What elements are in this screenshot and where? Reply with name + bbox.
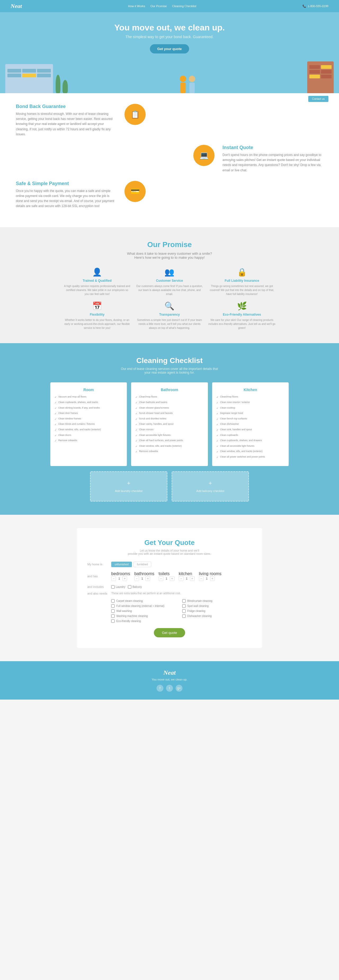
check-icon: ✓ xyxy=(54,418,57,421)
extra-checkbox-7[interactable] xyxy=(182,614,186,618)
check-icon: ✓ xyxy=(216,439,218,443)
extra-checkbox-3[interactable] xyxy=(182,604,186,608)
check-icon: ✓ xyxy=(54,439,57,443)
bedroom-increment[interactable]: + xyxy=(123,576,127,581)
contact-float-button[interactable]: Contact us xyxy=(308,96,328,102)
list-item: ✓Clean sink, handles and spout xyxy=(216,428,285,432)
list-item: ✓Clean/mop floors xyxy=(216,395,285,399)
promise-item-1: 👥 Customer Service Our customers always … xyxy=(136,267,203,296)
check-icon: ✓ xyxy=(135,396,137,399)
unfurnished-btn[interactable]: unfurnished xyxy=(111,562,132,567)
tree-1 xyxy=(56,75,60,93)
toilets-label: toilets xyxy=(159,571,170,576)
living-increment[interactable]: + xyxy=(210,576,215,581)
hero-cta-button[interactable]: Get your quote xyxy=(150,44,189,54)
extra-checkbox-0[interactable] xyxy=(111,599,115,603)
googleplus-icon[interactable]: g+ xyxy=(176,685,183,692)
living-decrement[interactable]: − xyxy=(199,576,204,581)
promise-icon-3: 📅 xyxy=(64,301,131,310)
extra-6[interactable]: Washing machine cleaning xyxy=(111,614,181,618)
includes-checkboxes: Laundry Balcony xyxy=(111,585,142,589)
extra-checkbox-2[interactable] xyxy=(111,604,115,608)
balcony-checkbox-label[interactable]: Balcony xyxy=(128,585,142,589)
also-needs-label: and also needs xyxy=(88,592,108,595)
toilet-controls: − 1 + xyxy=(159,576,175,581)
list-item: ✓Clean cooktop xyxy=(216,406,285,410)
toilet-increment[interactable]: + xyxy=(170,576,175,581)
list-item: ✓Clean window frames xyxy=(54,417,123,421)
kitchen-value: 1 xyxy=(185,577,189,580)
extra-checkbox-8[interactable] xyxy=(111,619,115,623)
check-icon: ✓ xyxy=(135,423,137,426)
bedroom-decrement[interactable]: − xyxy=(111,576,116,581)
home-label: My home is xyxy=(88,563,108,566)
phone-icon: 📞 xyxy=(302,5,306,8)
laundry-checkbox-label[interactable]: Laundry xyxy=(111,585,125,589)
promise-title: Our Promise xyxy=(11,240,328,249)
list-item: ✓Vacuum and mop all floors xyxy=(54,395,123,399)
nav-link-promise[interactable]: Our Promise xyxy=(150,5,167,8)
promise-title-1: Customer Service xyxy=(136,279,203,283)
extra-3[interactable]: Spot wall cleaning xyxy=(182,604,251,608)
promise-body-4: Sometimes a simple hire just doesn't cut… xyxy=(136,318,203,330)
check-icon: ✓ xyxy=(216,423,218,426)
living-value: 1 xyxy=(205,577,209,580)
list-item: ✓Clean mirrors xyxy=(135,428,204,432)
balcony-label: Balcony xyxy=(132,585,142,589)
twitter-icon[interactable]: t xyxy=(166,685,173,692)
extras-grid: Carpet steam cleaning Blind/curtain clea… xyxy=(111,599,251,623)
nav-link-how[interactable]: How it Works xyxy=(128,5,145,8)
kitchen-increment[interactable]: + xyxy=(190,576,195,581)
kitchen-label: kitchen xyxy=(179,571,192,576)
add-balcony-card[interactable]: + Add balcony checklist xyxy=(172,471,249,501)
promise-item-5: 🌿 Eco-Friendly Alternatives We care for … xyxy=(208,301,275,330)
extra-5[interactable]: Fridge cleaning xyxy=(182,609,251,613)
promise-body-3: Whether it works better to do your floor… xyxy=(64,318,131,330)
check-icon: ✓ xyxy=(135,418,137,421)
checklist-section: Cleaning Checklist Our end of lease clea… xyxy=(0,343,339,514)
extra-4[interactable]: Wall washing xyxy=(111,609,181,613)
check-icon: ✓ xyxy=(135,401,137,405)
nav-right: 📞 1-800-555-0199 xyxy=(302,5,328,8)
extra-checkbox-4[interactable] xyxy=(111,609,115,613)
bathroom-increment[interactable]: + xyxy=(145,576,150,581)
extra-checkbox-5[interactable] xyxy=(182,609,186,613)
extra-1[interactable]: Blind/curtain cleaning xyxy=(182,599,251,603)
check-icon: ✓ xyxy=(216,456,218,459)
quote-title: Get Your Quote xyxy=(88,539,251,547)
check-icon: ✓ xyxy=(54,423,57,426)
toilet-decrement[interactable]: − xyxy=(159,576,163,581)
footer-social: f t g+ xyxy=(8,685,331,692)
list-item: ✓Clean skirting boards, if any, and knob… xyxy=(54,406,123,410)
extra-8[interactable]: Eco-friendly cleaning xyxy=(111,619,181,623)
balcony-checkbox[interactable] xyxy=(128,585,131,589)
home-type-row: My home is unfurnished furnished xyxy=(88,562,251,567)
and-has-label: and has xyxy=(88,574,108,578)
list-item: ✓Clean all hard surfaces, and power poin… xyxy=(135,439,204,443)
extra-2[interactable]: Full window cleaning (external + interna… xyxy=(111,604,181,608)
checklist-subtitle: Our end of lease cleaning services cover… xyxy=(8,367,331,374)
check-icon: ✓ xyxy=(135,428,137,432)
promise-title-0: Trained & Qualified xyxy=(64,279,131,283)
nav-link-checklist[interactable]: Cleaning Checklist xyxy=(172,5,196,8)
extra-checkbox-6[interactable] xyxy=(111,614,115,618)
bathroom-stepper: bathrooms − 1 + xyxy=(134,571,154,581)
furnished-btn[interactable]: furnished xyxy=(134,562,151,567)
extra-7[interactable]: Dishwasher cleaning xyxy=(182,614,251,618)
bathroom-value: 1 xyxy=(140,577,144,580)
list-item: ✓Clean bathtubs and basins xyxy=(135,401,204,405)
extra-checkbox-1[interactable] xyxy=(182,599,186,603)
add-laundry-card[interactable]: + Add laundry checklist xyxy=(90,471,167,501)
laundry-checkbox[interactable] xyxy=(111,585,115,589)
extra-0[interactable]: Carpet steam cleaning xyxy=(111,599,181,603)
bathroom-controls: − 1 + xyxy=(134,576,154,581)
list-item: ✓Clean all power switches and power poin… xyxy=(216,455,285,459)
kitchen-decrement[interactable]: − xyxy=(179,576,183,581)
features-section: Bond Back Guarantee Moving homes is stre… xyxy=(0,93,339,227)
facebook-icon[interactable]: f xyxy=(156,685,163,692)
promise-icon-0: 👤 xyxy=(64,267,131,277)
bathroom-decrement[interactable]: − xyxy=(134,576,139,581)
checklist-card-kitchen: Kitchen ✓Clean/mop floors ✓Clean oven in… xyxy=(212,382,289,466)
living-stepper: living rooms − 1 + xyxy=(199,571,221,581)
get-quote-button[interactable]: Get quote xyxy=(154,628,185,637)
